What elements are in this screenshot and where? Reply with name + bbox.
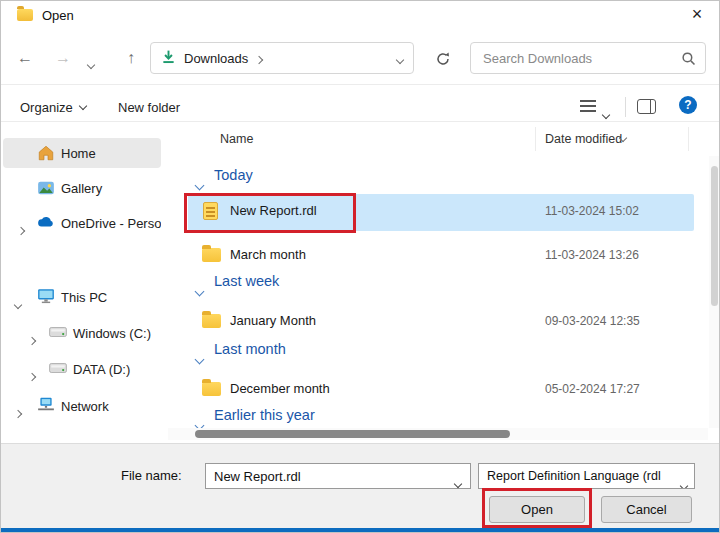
expand-chevron-icon[interactable] bbox=[18, 220, 24, 238]
sidebar-item-label: Network bbox=[61, 399, 109, 414]
folder-icon bbox=[202, 246, 222, 264]
help-button[interactable]: ? bbox=[679, 96, 697, 114]
dialog-footer: File name: Report Definition Language (r… bbox=[0, 443, 720, 528]
downloads-icon bbox=[161, 49, 176, 68]
sidebar-item-label: Home bbox=[61, 146, 96, 161]
search-icon bbox=[681, 51, 696, 70]
gallery-icon bbox=[37, 179, 55, 197]
up-button[interactable]: ↑ bbox=[116, 43, 146, 73]
organize-label: Organize bbox=[20, 100, 73, 115]
annotation-box-open-button bbox=[482, 488, 592, 528]
sidebar-item-windows-c[interactable]: Windows (C:) bbox=[3, 318, 161, 348]
horizontal-scrollbar-thumb[interactable] bbox=[195, 430, 510, 438]
file-name-label: File name: bbox=[121, 468, 182, 483]
group-header-earlier-this-year[interactable]: Earlier this year bbox=[168, 406, 720, 430]
file-type-dropdown[interactable]: Report Definition Language (rdl bbox=[478, 463, 695, 489]
history-chevron-icon[interactable] bbox=[88, 54, 94, 72]
file-name: January Month bbox=[230, 313, 316, 328]
expand-chevron-icon[interactable] bbox=[29, 330, 35, 348]
sidebar-item-label: DATA (D:) bbox=[73, 362, 130, 377]
network-icon bbox=[37, 397, 55, 415]
close-button[interactable]: × bbox=[674, 0, 720, 30]
cancel-button[interactable]: Cancel bbox=[601, 496, 692, 523]
file-name: December month bbox=[230, 381, 330, 396]
drive-icon bbox=[49, 324, 67, 342]
group-header-last-month[interactable]: Last month bbox=[168, 340, 720, 364]
file-date: 09-03-2024 12:35 bbox=[545, 314, 640, 328]
new-folder-button[interactable]: New folder bbox=[118, 97, 180, 117]
window-title: Open bbox=[42, 8, 74, 23]
file-date: 05-02-2024 17:27 bbox=[545, 382, 640, 396]
home-icon bbox=[37, 144, 55, 162]
group-label: Earlier this year bbox=[214, 407, 315, 423]
sidebar-item-label: This PC bbox=[61, 290, 107, 305]
background-accent-strip bbox=[0, 528, 720, 533]
sort-chevron-icon[interactable] bbox=[620, 127, 626, 145]
sidebar-item-home[interactable]: Home bbox=[3, 138, 161, 168]
group-label: Today bbox=[214, 167, 253, 183]
folder-icon bbox=[202, 380, 222, 398]
title-bar: Open × bbox=[0, 0, 720, 30]
collapse-chevron-icon[interactable] bbox=[15, 294, 21, 312]
file-name-combo bbox=[205, 463, 471, 489]
preview-pane-icon[interactable] bbox=[637, 99, 656, 114]
navigation-pane: Home Gallery OneDrive - Perso This PC Wi… bbox=[0, 122, 163, 443]
sidebar-item-onedrive[interactable]: OneDrive - Perso bbox=[3, 208, 161, 238]
vertical-scrollbar-thumb[interactable] bbox=[711, 166, 718, 306]
new-folder-label: New folder bbox=[118, 100, 180, 115]
breadcrumb-location[interactable]: Downloads bbox=[184, 51, 248, 66]
address-bar[interactable]: Downloads bbox=[150, 42, 414, 74]
annotation-box-file bbox=[184, 193, 356, 233]
sidebar-item-label: Gallery bbox=[61, 181, 102, 196]
column-header-date-modified[interactable]: Date modified bbox=[545, 132, 622, 146]
expand-chevron-icon[interactable] bbox=[29, 366, 35, 384]
sidebar-item-gallery[interactable]: Gallery bbox=[3, 173, 161, 203]
group-header-last-week[interactable]: Last week bbox=[168, 272, 720, 296]
cloud-icon bbox=[37, 214, 55, 232]
refresh-button[interactable] bbox=[428, 44, 458, 74]
file-name: March month bbox=[230, 247, 306, 262]
address-dropdown-chevron-icon[interactable] bbox=[397, 49, 403, 67]
search-box bbox=[470, 42, 706, 74]
sidebar-item-data-d[interactable]: DATA (D:) bbox=[3, 354, 161, 384]
sidebar-item-label: Windows (C:) bbox=[73, 326, 151, 341]
view-options-icon[interactable] bbox=[580, 100, 596, 112]
file-row-january-month[interactable]: January Month 09-03-2024 12:35 bbox=[188, 304, 694, 338]
sidebar-item-network[interactable]: Network bbox=[3, 391, 161, 421]
file-date: 11-03-2024 13:26 bbox=[545, 248, 639, 262]
organize-button[interactable]: Organize bbox=[20, 97, 86, 117]
file-type-value: Report Definition Language (rdl bbox=[487, 469, 661, 483]
file-row-march-month[interactable]: March month 11-03-2024 13:26 bbox=[188, 238, 694, 272]
combo-chevron-icon[interactable] bbox=[455, 473, 461, 491]
group-header-today[interactable]: Today bbox=[168, 166, 720, 190]
forward-button[interactable]: → bbox=[48, 43, 78, 73]
folder-icon bbox=[202, 312, 222, 330]
toolbar-divider bbox=[625, 97, 626, 117]
combo-chevron-icon[interactable] bbox=[681, 473, 687, 489]
column-divider bbox=[535, 127, 536, 151]
view-chevron-icon[interactable] bbox=[603, 104, 609, 122]
file-date: 11-03-2024 15:02 bbox=[545, 204, 639, 218]
sidebar-item-label: OneDrive - Perso bbox=[61, 216, 161, 231]
divider bbox=[0, 84, 720, 85]
group-label: Last month bbox=[214, 341, 286, 357]
column-header-name[interactable]: Name bbox=[220, 132, 253, 146]
back-button[interactable]: ← bbox=[10, 43, 40, 73]
search-input[interactable] bbox=[471, 43, 705, 73]
file-name-input[interactable] bbox=[206, 464, 470, 488]
file-row-december-month[interactable]: December month 05-02-2024 17:27 bbox=[188, 372, 694, 406]
open-dialog-icon bbox=[17, 9, 33, 21]
sidebar-item-this-pc[interactable]: This PC bbox=[3, 282, 161, 312]
drive-icon bbox=[49, 360, 67, 378]
group-collapse-chevron-icon[interactable] bbox=[196, 281, 203, 299]
this-pc-icon bbox=[37, 288, 55, 306]
group-collapse-chevron-icon[interactable] bbox=[196, 349, 203, 367]
group-label: Last week bbox=[214, 273, 279, 289]
group-collapse-chevron-icon[interactable] bbox=[196, 175, 203, 193]
chevron-down-icon bbox=[79, 101, 87, 109]
file-list: Name Date modified Today New Report.rdl … bbox=[168, 122, 720, 443]
breadcrumb-chevron-icon[interactable] bbox=[256, 49, 262, 67]
expand-chevron-icon[interactable] bbox=[15, 403, 21, 421]
column-divider bbox=[688, 127, 689, 151]
